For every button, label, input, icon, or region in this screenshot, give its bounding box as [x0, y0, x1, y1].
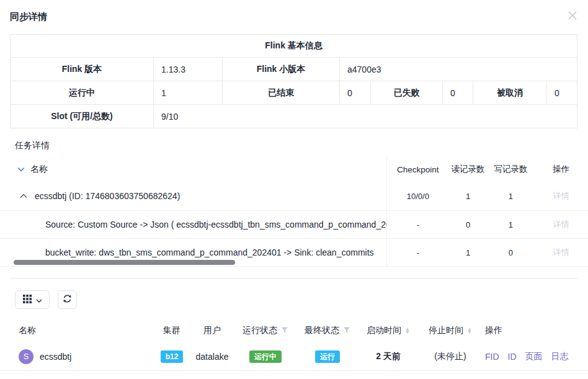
cell-read: 0: [449, 220, 488, 230]
chevron-down-icon: [36, 295, 42, 305]
cluster-tag: b12: [161, 350, 184, 363]
jobs-col-final-status: 最终状态: [305, 325, 339, 336]
page-link[interactable]: 页面: [525, 351, 543, 362]
filter-icon[interactable]: [281, 326, 288, 336]
run-status-badge: 运行中: [249, 350, 282, 363]
cell-checkpoint: 10/0/0: [387, 192, 449, 201]
sorter-icon[interactable]: ▲▼: [467, 328, 472, 334]
flink-info-title: Flink 基本信息: [11, 35, 577, 58]
running-label: 运行中: [11, 81, 154, 105]
drawer-title: 同步详情: [10, 11, 47, 22]
failed-label: 已失败: [371, 81, 443, 105]
jobs-col-start-time: 启动时间: [367, 325, 401, 336]
drawer-header: 同步详情: [0, 0, 588, 34]
collapse-row-icon[interactable]: [20, 194, 27, 198]
cell-checkpoint: -: [387, 248, 449, 257]
task-section-title: 任务详情: [15, 138, 588, 152]
jobs-col-stop-time: 停止时间: [429, 325, 463, 336]
canceled-value: 0: [547, 81, 577, 105]
flink-version-value: 1.13.3: [154, 58, 223, 81]
task-name: Source: Custom Source -> Json ( ecssdbtj…: [45, 220, 386, 230]
jobs-col-name: 名称: [0, 325, 154, 336]
cell-write: 1: [488, 220, 535, 230]
canceled-label: 被取消: [473, 81, 547, 105]
finished-label: 已结束: [223, 81, 340, 105]
avatar: S: [19, 349, 33, 364]
job-row: S ecssdbtj b12 datalake 运行中 运行 2 天前 (未停止…: [0, 342, 588, 371]
cell-write: 1: [488, 192, 535, 201]
running-value: 1: [154, 81, 223, 105]
refresh-icon: [63, 294, 72, 305]
task-table: 名称 Checkpoint 读记录数 写记录数 操作 ecssdbtj (ID:…: [0, 157, 588, 278]
task-table-header: 名称 Checkpoint 读记录数 写记录数 操作: [0, 157, 588, 182]
jobs-table-header: 名称 集群 用户 运行状态 最终状态 启动时间 ▲▼ 停止时间 ▲▼ 操作: [0, 319, 588, 342]
detail-link[interactable]: 详情: [534, 219, 588, 230]
slot-value: 9/10: [154, 105, 577, 128]
task-col-read: 读记录数: [449, 164, 488, 175]
job-start-time: 2 天前: [359, 351, 418, 362]
failed-value: 0: [443, 81, 473, 105]
job-stop-time: (未停止): [418, 351, 483, 362]
flink-minor-value: a4700e3: [340, 58, 577, 81]
close-icon[interactable]: [567, 10, 578, 21]
jobs-col-user: 用户: [190, 325, 234, 336]
task-col-action: 操作: [534, 164, 588, 175]
sorter-icon[interactable]: ▲▼: [405, 328, 410, 334]
flink-version-label: Flink 版本: [11, 58, 154, 81]
task-col-name: 名称: [30, 164, 48, 175]
fid-link[interactable]: FID: [485, 352, 499, 362]
jobs-col-cluster: 集群: [154, 325, 190, 336]
cell-write: 0: [488, 248, 535, 257]
task-row-source: Source: Custom Source -> Json ( ecssdbtj…: [0, 211, 588, 239]
jobs-table: 名称 集群 用户 运行状态 最终状态 启动时间 ▲▼ 停止时间 ▲▼ 操作 S …: [0, 319, 588, 371]
horizontal-scrollbar[interactable]: [14, 260, 235, 265]
grid-icon: [23, 295, 32, 305]
expand-all-icon[interactable]: [17, 167, 25, 172]
task-col-write: 写记录数: [488, 164, 535, 175]
slot-label: Slot (可用/总数): [11, 105, 154, 128]
refresh-button[interactable]: [58, 290, 77, 309]
task-name: ecssdbtj (ID: 1746803603750682624): [35, 191, 180, 201]
job-user: datalake: [190, 352, 234, 362]
jobs-col-run-status: 运行状态: [243, 325, 277, 336]
task-name: bucket_write: dws_tbn_sms_command_p_comm…: [45, 247, 374, 257]
id-link[interactable]: ID: [508, 352, 517, 362]
detail-link[interactable]: 详情: [534, 247, 588, 258]
flink-info-table: Flink 基本信息 Flink 版本 1.13.3 Flink 小版本 a47…: [10, 34, 577, 128]
task-row-parent: ecssdbtj (ID: 1746803603750682624) 10/0/…: [0, 182, 588, 211]
column-settings-button[interactable]: [15, 290, 50, 309]
finished-value: 0: [340, 81, 371, 105]
cell-checkpoint: -: [387, 220, 449, 230]
jobs-toolbar: [15, 290, 588, 309]
cell-read: 1: [449, 248, 488, 257]
jobs-col-action: 操作: [483, 325, 588, 336]
task-col-checkpoint: Checkpoint: [387, 165, 449, 174]
flink-minor-label: Flink 小版本: [223, 58, 340, 81]
log-link[interactable]: 日志: [551, 351, 569, 362]
job-name: ecssdbtj: [40, 352, 71, 362]
detail-link[interactable]: 详情: [534, 190, 588, 202]
cell-read: 1: [449, 192, 488, 201]
section-divider: [10, 278, 578, 279]
final-status-badge: 运行: [315, 350, 340, 363]
filter-icon[interactable]: [343, 326, 350, 336]
